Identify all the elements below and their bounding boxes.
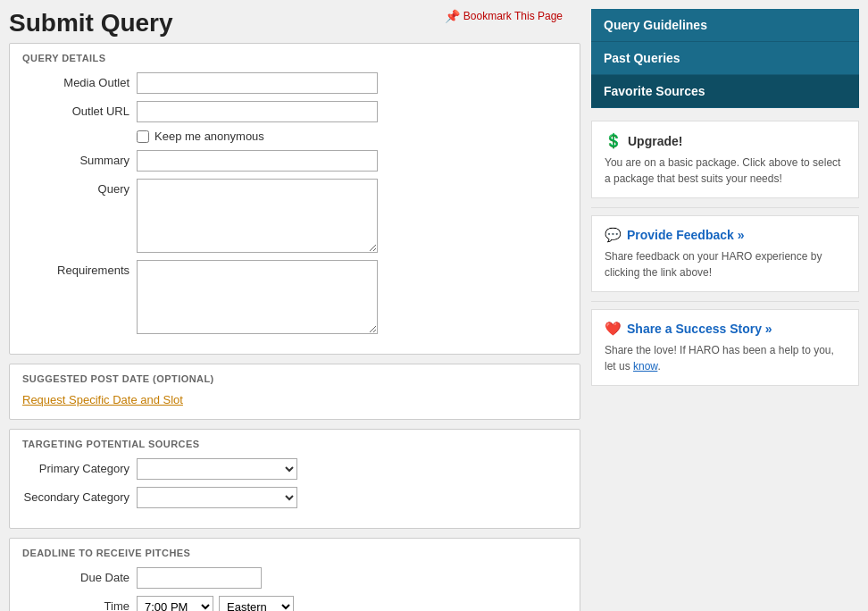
time-controls: 7:00 PM 8:00 PM 9:00 PM 10:00 PM Eastern… (137, 596, 294, 611)
know-link[interactable]: know (633, 360, 657, 372)
feedback-card-title: 💬 Provide Feedback » (605, 227, 846, 243)
upgrade-card: 💲 Upgrade! You are on a basic package. C… (591, 121, 859, 198)
bookmark-label: Bookmark This Page (463, 10, 563, 22)
success-card: ❤️ Share a Success Story » Share the lov… (591, 309, 859, 386)
sidebar: Query Guidelines Past Queries Favorite S… (591, 9, 859, 611)
requirements-row: Requirements (22, 260, 567, 334)
sidebar-item-favorite-sources[interactable]: Favorite Sources (591, 75, 859, 108)
secondary-category-select[interactable] (137, 487, 297, 508)
targeting-legend: TARGETING POTENTIAL SOURCES (22, 439, 567, 449)
heart-icon: ❤️ (605, 321, 622, 337)
divider-2 (591, 301, 859, 302)
sidebar-item-query-guidelines[interactable]: Query Guidelines (591, 9, 859, 42)
request-date-link[interactable]: Request Specific Date and Slot (22, 393, 183, 406)
outlet-url-label: Outlet URL (22, 101, 129, 118)
summary-row: Summary (22, 150, 567, 172)
dollar-icon: 💲 (605, 132, 622, 149)
summary-input[interactable] (137, 150, 378, 172)
time-select[interactable]: 7:00 PM 8:00 PM 9:00 PM 10:00 PM (137, 596, 213, 611)
keep-anonymous-label: Keep me anonymous (154, 130, 264, 143)
media-outlet-row: Media Outlet (22, 72, 567, 94)
secondary-category-row: Secondary Category (22, 487, 567, 508)
success-link[interactable]: Share a Success Story » (627, 322, 772, 336)
requirements-textarea[interactable] (137, 260, 378, 334)
keep-anonymous-checkbox[interactable] (137, 130, 149, 143)
requirements-label: Requirements (22, 260, 129, 277)
media-outlet-label: Media Outlet (22, 72, 129, 89)
chat-icon: 💬 (605, 227, 622, 243)
post-date-section: SUGGESTED POST DATE (OPTIONAL) Request S… (9, 364, 580, 420)
sidebar-nav: Query Guidelines Past Queries Favorite S… (591, 9, 859, 108)
timezone-select[interactable]: Eastern Central Mountain Pacific (219, 596, 294, 611)
primary-category-label: Primary Category (22, 458, 129, 475)
feedback-link[interactable]: Provide Feedback » (627, 228, 745, 242)
outlet-url-input[interactable] (137, 101, 378, 122)
query-details-section: QUERY DETAILS Media Outlet Outlet URL Ke… (9, 43, 580, 355)
targeting-section: TARGETING POTENTIAL SOURCES Primary Cate… (9, 429, 580, 529)
query-details-legend: QUERY DETAILS (22, 53, 567, 63)
bookmark-icon: 📌 (445, 9, 460, 23)
due-date-label: Due Date (22, 567, 129, 584)
secondary-category-label: Secondary Category (22, 487, 129, 504)
post-date-legend: SUGGESTED POST DATE (OPTIONAL) (22, 373, 567, 384)
deadline-section: DEADLINE TO RECEIVE PITCHES Due Date Tim… (9, 538, 580, 611)
primary-category-row: Primary Category (22, 458, 567, 480)
query-label: Query (22, 179, 129, 196)
deadline-legend: DEADLINE TO RECEIVE PITCHES (22, 548, 567, 558)
page-title: Submit Query (9, 9, 173, 38)
primary-category-select[interactable] (137, 458, 297, 480)
keep-anonymous-row: Keep me anonymous (137, 130, 567, 143)
time-row: Time 7:00 PM 8:00 PM 9:00 PM 10:00 PM Ea… (22, 596, 567, 611)
divider-1 (591, 207, 859, 208)
due-date-row: Due Date (22, 567, 567, 589)
sidebar-item-past-queries[interactable]: Past Queries (591, 42, 859, 75)
media-outlet-input[interactable] (137, 72, 378, 94)
query-row: Query (22, 179, 567, 253)
feedback-card: 💬 Provide Feedback » Share feedback on y… (591, 215, 859, 292)
upgrade-text: You are on a basic package. Click above … (605, 155, 846, 187)
success-text: Share the love! If HARO has been a help … (605, 342, 846, 374)
summary-label: Summary (22, 150, 129, 167)
outlet-url-row: Outlet URL (22, 101, 567, 122)
feedback-text: Share feedback on your HARO experience b… (605, 248, 846, 280)
due-date-input[interactable] (137, 567, 262, 589)
time-label: Time (22, 596, 129, 611)
upgrade-card-title: 💲 Upgrade! (605, 132, 846, 149)
bookmark-link[interactable]: 📌 Bookmark This Page (445, 9, 563, 23)
query-textarea[interactable] (137, 179, 378, 253)
success-card-title: ❤️ Share a Success Story » (605, 321, 846, 337)
